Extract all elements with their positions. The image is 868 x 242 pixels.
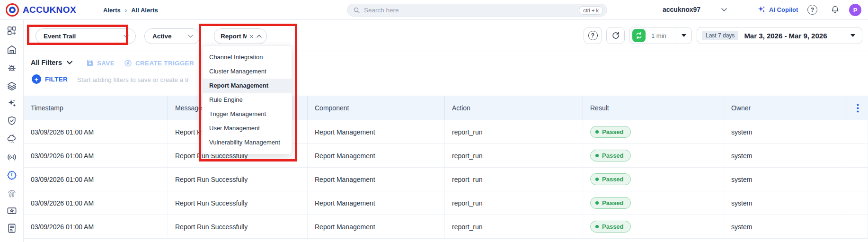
table-row[interactable]: 03/09/2026 01:00 AM Report Run Successfu… <box>24 120 868 144</box>
event-trail-value: Event Trail <box>44 33 76 40</box>
sparkles-nav-icon[interactable] <box>7 98 17 108</box>
col-header-component[interactable]: Component <box>308 96 445 120</box>
cell-component: Report Management <box>308 215 445 238</box>
help-tooltip-button[interactable]: ? <box>584 27 602 44</box>
broadcast-icon[interactable] <box>7 152 17 162</box>
help-button[interactable]: ? <box>807 5 817 15</box>
cell-action: report_run <box>445 191 583 215</box>
apps-icon[interactable] <box>7 26 17 36</box>
all-filters-label: All Filters <box>31 59 62 66</box>
shield-check-icon[interactable] <box>7 116 17 126</box>
dropdown-option[interactable]: Cluster Management <box>203 64 292 79</box>
caret-down-icon <box>850 34 855 37</box>
floppy-save-icon <box>86 59 94 67</box>
logo-text: ACCUKNOX <box>23 5 76 15</box>
auto-refresh-control: 1 min <box>629 27 692 44</box>
all-filters-dropdown[interactable]: All Filters <box>31 59 72 66</box>
range-preset-badge: Last 7 days <box>702 31 738 40</box>
column-settings-kebab-icon[interactable] <box>847 96 868 120</box>
add-filter-label: FILTER <box>45 76 68 83</box>
notifications-bell-icon[interactable] <box>831 5 840 14</box>
cell-action: report_run <box>445 144 583 167</box>
cell-result: Passed <box>583 191 724 215</box>
col-header-action[interactable]: Action <box>445 96 583 120</box>
dropdown-option[interactable]: Trigger Management <box>203 107 292 121</box>
report-doc-icon[interactable] <box>7 223 17 233</box>
cell-result: Passed <box>583 144 724 167</box>
fingerprint-icon[interactable] <box>7 188 17 198</box>
save-button[interactable]: SAVE <box>86 59 115 67</box>
dropdown-option[interactable]: Vulnerability Management <box>203 135 292 150</box>
auto-refresh-toggle[interactable] <box>632 29 646 42</box>
refresh-icon <box>611 31 620 40</box>
table-row[interactable]: 03/09/2026 01:00 AM Report Run Successfu… <box>24 168 868 191</box>
home-inventory-icon[interactable] <box>7 45 17 55</box>
toolbar-divider <box>24 51 868 51</box>
cloud-security-icon[interactable] <box>7 134 17 144</box>
cell-timestamp: 03/09/2026 01:00 AM <box>24 168 168 191</box>
cell-result: Passed <box>583 168 724 191</box>
refresh-button[interactable] <box>606 27 625 44</box>
badge-star-icon[interactable] <box>7 206 17 216</box>
event-trail-select[interactable]: Event Trail <box>35 28 136 44</box>
status-value: Active <box>152 33 172 40</box>
avatar[interactable]: P <box>849 4 861 16</box>
table-row[interactable]: 03/09/2026 01:00 AM Report Run Successfu… <box>24 215 868 239</box>
alerts-badge-icon[interactable] <box>7 170 17 180</box>
col-header-timestamp[interactable]: Timestamp <box>24 96 168 120</box>
create-trigger-label: CREATE TRIGGER <box>135 60 194 67</box>
add-filter-button[interactable]: + FILTER <box>32 74 68 84</box>
ai-copilot-button[interactable]: AI Copilot <box>757 5 798 14</box>
cell-owner: system <box>724 144 847 167</box>
chevron-down-icon <box>124 35 129 38</box>
caret-down-icon <box>682 34 686 37</box>
status-dot-icon <box>595 201 599 205</box>
category-multiselect[interactable]: Report Mana <box>214 28 267 44</box>
status-dot-icon <box>595 225 599 228</box>
breadcrumb-current[interactable]: All Alerts <box>131 7 158 14</box>
status-badge: Passed <box>590 197 631 209</box>
status-select[interactable]: Active <box>144 28 200 44</box>
dropdown-option[interactable]: User Management <box>203 121 292 135</box>
category-value: Report Mana <box>221 33 247 40</box>
question-icon: ? <box>588 31 598 40</box>
dropdown-option-selected[interactable]: Report Management <box>203 79 292 93</box>
breadcrumb-section[interactable]: Alerts <box>103 7 121 14</box>
breadcrumb: Alerts › All Alerts <box>103 7 158 14</box>
global-search-input[interactable]: Search here ctrl + k <box>347 4 607 17</box>
chevron-up-icon[interactable] <box>257 35 262 38</box>
auto-refresh-icon <box>635 32 643 39</box>
category-dropdown-menu: Channel Integration Cluster Management R… <box>202 45 292 154</box>
account-name: accuknox97 <box>663 6 700 13</box>
col-header-owner[interactable]: Owner <box>724 96 847 120</box>
table-row[interactable]: 03/09/2026 01:00 AM Report Run Successfu… <box>24 144 868 168</box>
cell-action: report_run <box>445 215 583 238</box>
account-menu[interactable]: accuknox97 <box>663 6 727 13</box>
clear-selection-icon[interactable] <box>250 34 253 39</box>
interval-dropdown-button[interactable] <box>676 34 691 37</box>
chevron-down-icon <box>188 35 193 38</box>
create-trigger-button[interactable]: CREATE TRIGGER <box>124 59 194 67</box>
accuknox-logo-icon <box>6 3 19 17</box>
date-range-picker[interactable]: Last 7 days Mar 3, 2026 - Mar 9, 2026 <box>697 27 862 44</box>
search-icon <box>353 7 360 14</box>
cell-owner: system <box>724 191 847 215</box>
cell-result: Passed <box>583 120 724 143</box>
dropdown-option[interactable]: Rule Engine <box>203 93 292 107</box>
status-badge: Passed <box>590 173 631 185</box>
cell-message: Report Run Successfully <box>168 168 308 191</box>
cell-timestamp: 03/09/2026 01:00 AM <box>24 191 168 215</box>
dropdown-option[interactable]: Channel Integration <box>203 50 292 64</box>
events-table: Timestamp Message Component Action Resul… <box>24 96 868 239</box>
cell-component: Report Management <box>308 191 445 215</box>
sparkles-icon <box>757 5 766 14</box>
accuknox-logo[interactable]: ACCUKNOX <box>6 3 76 17</box>
table-header-row: Timestamp Message Component Action Resul… <box>24 96 868 120</box>
bug-icon[interactable] <box>7 63 17 73</box>
layers-icon[interactable] <box>7 81 17 91</box>
cell-timestamp: 03/09/2026 01:00 AM <box>24 120 168 143</box>
cell-owner: system <box>724 168 847 191</box>
cell-timestamp: 03/09/2026 01:00 AM <box>24 144 168 167</box>
col-header-result[interactable]: Result <box>583 96 724 120</box>
table-row[interactable]: 03/09/2026 01:00 AM Report Run Successfu… <box>24 191 868 215</box>
